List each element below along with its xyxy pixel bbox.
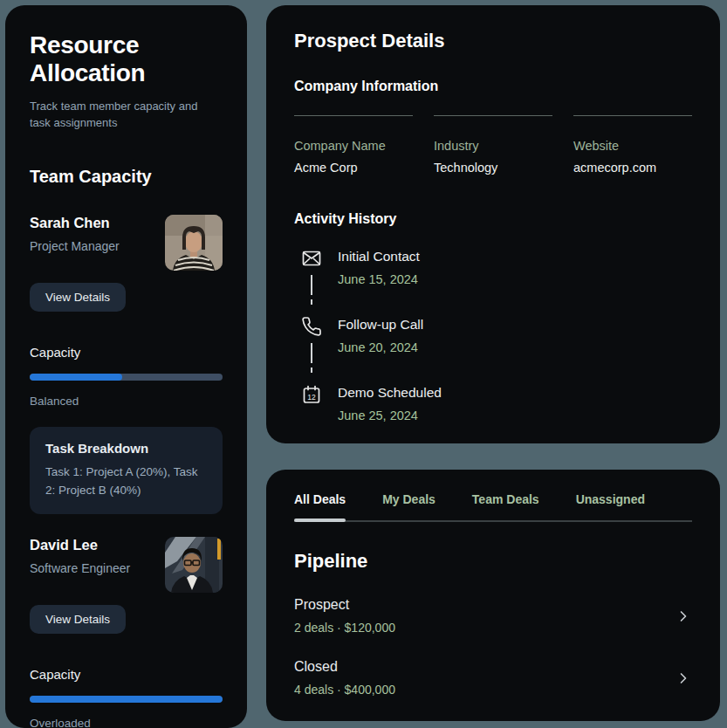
field-divider <box>573 115 692 116</box>
member-identity: Sarah Chen Project Manager <box>30 215 120 253</box>
task-breakdown-title: Task Breakdown <box>45 441 207 456</box>
member-header: Sarah Chen Project Manager <box>30 215 223 271</box>
timeline-connector <box>311 343 312 378</box>
member-card-david-lee: David Lee Software Engineer <box>30 537 223 728</box>
field-value: Technology <box>434 161 552 175</box>
timeline-item-follow-up-call: Follow-up Call June 20, 2024 <box>301 316 692 384</box>
team-capacity-heading: Team Capacity <box>30 167 223 187</box>
activity-label: Initial Contact <box>338 249 420 264</box>
company-information-fields: Company Name Acme Corp Industry Technolo… <box>294 115 692 175</box>
member-card-sarah-chen: Sarah Chen Project Manager <box>30 215 223 514</box>
timeline-body: Follow-up Call June 20, 2024 <box>338 316 423 384</box>
activity-date: June 20, 2024 <box>338 340 423 354</box>
activity-label: Demo Scheduled <box>338 385 442 401</box>
member-identity: David Lee Software Engineer <box>30 537 130 575</box>
prospect-details-panel: Prospect Details Company Information Com… <box>266 5 720 443</box>
resource-allocation-panel: Resource Allocation Track team member ca… <box>5 5 247 728</box>
capacity-label: Capacity <box>30 667 223 682</box>
member-name: Sarah Chen <box>30 215 120 231</box>
member-role: Project Manager <box>30 239 120 253</box>
task-breakdown-card: Task Breakdown Task 1: Project A (20%), … <box>30 427 223 514</box>
chevron-right-icon[interactable] <box>675 608 692 625</box>
capacity-progress-fill <box>30 696 223 703</box>
deals-tab-bar: All Deals My Deals Team Deals Unassigned <box>294 492 692 522</box>
pipeline-stage-closed[interactable]: Closed 4 deals · $400,000 <box>294 659 692 697</box>
timeline-body: Initial Contact June 15, 2024 <box>338 248 420 316</box>
calendar-icon: 12 <box>301 384 322 405</box>
capacity-progress-bar <box>30 696 223 703</box>
activity-label: Follow-up Call <box>338 317 423 333</box>
stage-summary: 2 deals · $120,000 <box>294 621 395 635</box>
tab-my-deals[interactable]: My Deals <box>382 492 436 520</box>
prospect-details-title: Prospect Details <box>294 30 692 52</box>
field-company-name: Company Name Acme Corp <box>294 115 413 175</box>
field-divider <box>434 115 552 116</box>
capacity-progress-bar <box>30 374 223 381</box>
activity-timeline: Initial Contact June 15, 2024 <box>301 248 692 445</box>
member-name: David Lee <box>30 537 130 553</box>
field-label: Industry <box>434 139 552 153</box>
timeline-rail <box>301 316 322 384</box>
stage-name: Prospect <box>294 597 395 613</box>
stage-name: Closed <box>294 659 395 675</box>
field-value: acmecorp.com <box>573 161 692 175</box>
view-details-button[interactable]: View Details <box>30 605 126 634</box>
phone-icon <box>301 316 322 337</box>
stage-info: Prospect 2 deals · $120,000 <box>294 597 395 635</box>
avatar-david-lee <box>165 537 223 593</box>
task-breakdown-detail: Task 1: Project A (20%), Task 2: Project… <box>45 464 207 500</box>
timeline-item-demo-scheduled: 12 Demo Scheduled June 25, 2024 <box>301 384 692 445</box>
capacity-status: Overloaded <box>30 717 223 728</box>
view-details-button[interactable]: View Details <box>30 283 126 312</box>
stage-info: Closed 4 deals · $400,000 <box>294 659 395 697</box>
activity-date: June 25, 2024 <box>338 409 442 422</box>
tab-unassigned[interactable]: Unassigned <box>576 492 645 520</box>
field-industry: Industry Technology <box>434 115 552 175</box>
avatar-sarah-chen <box>165 215 223 271</box>
svg-text:12: 12 <box>307 393 316 402</box>
mail-icon <box>301 248 322 269</box>
chevron-right-icon[interactable] <box>675 670 692 687</box>
timeline-connector <box>311 275 312 310</box>
member-header: David Lee Software Engineer <box>30 537 223 593</box>
deals-panel: All Deals My Deals Team Deals Unassigned… <box>266 470 720 721</box>
capacity-label: Capacity <box>30 345 223 360</box>
pipeline-heading: Pipeline <box>294 550 692 573</box>
field-website: Website acmecorp.com <box>573 115 692 175</box>
page-background: Resource Allocation Track team member ca… <box>0 0 727 728</box>
field-value: Acme Corp <box>294 161 413 175</box>
stage-summary: 4 deals · $400,000 <box>294 683 395 697</box>
field-label: Company Name <box>294 139 413 153</box>
field-divider <box>294 115 413 116</box>
activity-history-heading: Activity History <box>294 211 692 227</box>
company-information-heading: Company Information <box>294 79 692 94</box>
field-label: Website <box>573 139 692 153</box>
member-role: Software Engineer <box>30 561 130 575</box>
resource-allocation-title: Resource Allocation <box>30 31 223 87</box>
tab-all-deals[interactable]: All Deals <box>294 492 346 520</box>
timeline-body: Demo Scheduled June 25, 2024 <box>338 384 442 445</box>
timeline-item-initial-contact: Initial Contact June 15, 2024 <box>301 248 692 316</box>
right-column: Prospect Details Company Information Com… <box>266 5 720 721</box>
timeline-rail <box>301 248 322 316</box>
pipeline-stage-prospect[interactable]: Prospect 2 deals · $120,000 <box>294 597 692 635</box>
tab-team-deals[interactable]: Team Deals <box>472 492 539 520</box>
capacity-status: Balanced <box>30 395 223 408</box>
timeline-rail: 12 <box>301 384 322 445</box>
activity-date: June 15, 2024 <box>338 272 420 286</box>
resource-allocation-subtitle: Track team member capacity and task assi… <box>30 98 209 132</box>
capacity-progress-fill <box>30 374 122 381</box>
